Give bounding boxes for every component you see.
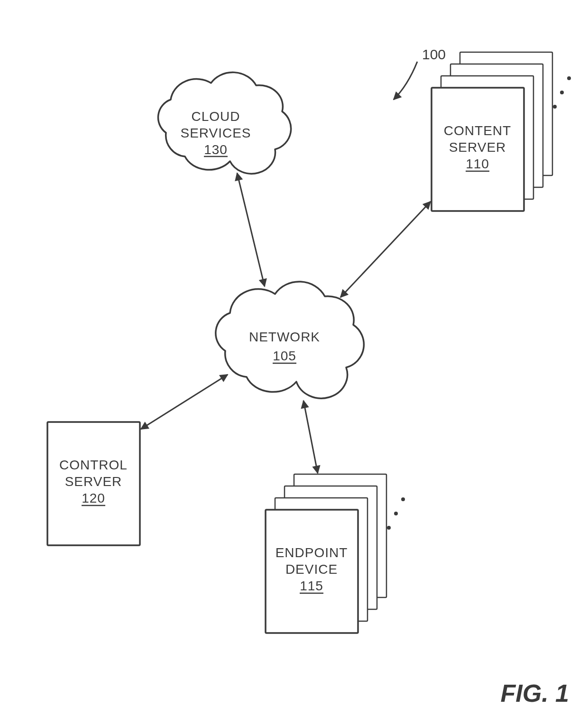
cloud-services-label-2: SERVICES (180, 126, 251, 140)
control-server-node: CONTROL SERVER 120 (47, 422, 140, 545)
cloud-services-label-1: CLOUD (191, 109, 240, 124)
content-server-label-1: CONTENT (444, 123, 511, 138)
control-server-label-2: SERVER (65, 474, 122, 489)
svg-line-23 (303, 401, 318, 473)
svg-point-17 (387, 526, 391, 530)
svg-point-9 (553, 105, 557, 109)
svg-point-10 (560, 91, 564, 94)
network-label: NETWORK (249, 330, 320, 344)
cloud-services-num: 130 (204, 142, 228, 157)
svg-point-11 (567, 76, 571, 80)
content-server-label-2: SERVER (449, 140, 506, 155)
control-server-num: 120 (82, 491, 105, 505)
endpoint-device-num: 115 (300, 578, 323, 593)
content-server-stack: CONTENT SERVER 110 (432, 52, 571, 211)
svg-line-21 (340, 202, 431, 297)
svg-line-20 (237, 173, 265, 286)
svg-line-22 (141, 375, 228, 429)
content-server-num: 110 (466, 156, 489, 171)
control-server-label-1: CONTROL (59, 458, 128, 472)
network-node: NETWORK 105 (216, 282, 364, 398)
cloud-services-node: CLOUD SERVICES 130 (158, 73, 291, 174)
endpoint-device-label-2: DEVICE (285, 562, 338, 577)
endpoint-device-stack: ENDPOINT DEVICE 115 (266, 474, 405, 633)
callout-label: 100 (422, 46, 446, 62)
svg-point-19 (401, 497, 405, 501)
network-num: 105 (273, 349, 296, 363)
diagram-canvas: 100 CLOUD SERVICES 130 NETWORK 105 CONTR… (0, 0, 588, 725)
svg-point-18 (394, 512, 398, 515)
figure-label: FIG. 1 (501, 679, 569, 707)
endpoint-device-label-1: ENDPOINT (276, 545, 348, 560)
